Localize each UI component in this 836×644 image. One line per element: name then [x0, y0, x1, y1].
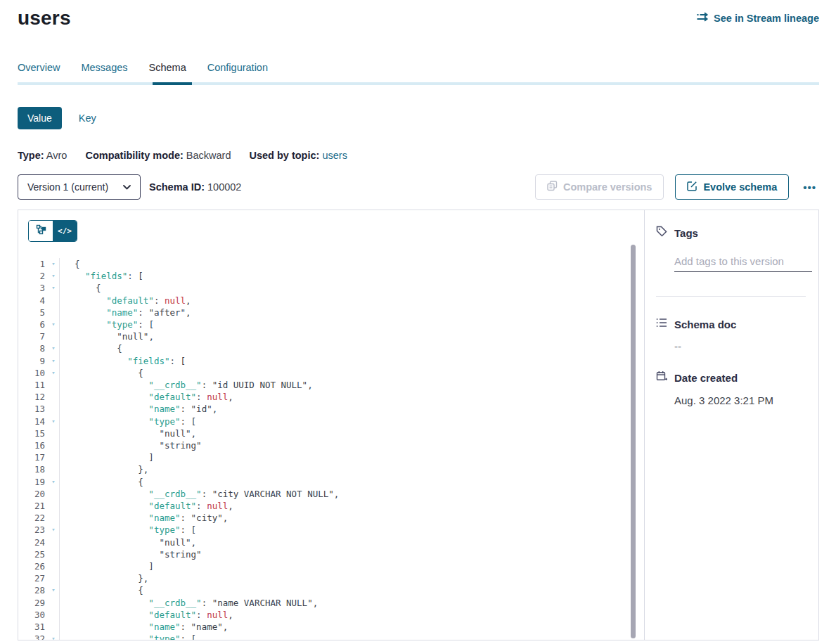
code-line: 25 "string" [28, 548, 644, 560]
line-number: 10 [28, 367, 45, 379]
code-line: 12 "default": null, [28, 391, 644, 403]
code-text: "null", [59, 330, 154, 342]
fold-toggle-icon[interactable]: ▾ [48, 524, 59, 536]
tags-section-header: Tags [656, 226, 806, 240]
code-text: "name": "id", [59, 403, 217, 415]
fold-spacer [48, 439, 59, 451]
fold-toggle-icon[interactable]: ▾ [48, 584, 59, 596]
code-line: 15 "null", [28, 427, 644, 439]
tags-input[interactable] [674, 255, 812, 272]
tab-schema[interactable]: Schema [149, 62, 186, 82]
fold-spacer [48, 572, 59, 584]
schema-view-toggle: </> [28, 220, 77, 242]
code-line: 2▾ "fields": [ [28, 270, 644, 282]
code-text: "type": [ [59, 416, 196, 427]
code-text: "fields": [ [59, 270, 143, 282]
fold-toggle-icon[interactable]: ▾ [48, 355, 59, 367]
fold-toggle-icon[interactable]: ▾ [48, 476, 59, 488]
version-select[interactable]: Version 1 (current) [18, 174, 141, 200]
topic-label: Used by topic: [249, 150, 319, 161]
code-scrollbar[interactable] [631, 245, 636, 638]
tab-underline-track [18, 82, 819, 85]
calendar-icon [656, 371, 667, 385]
topic-link[interactable]: users [322, 150, 347, 161]
line-number: 4 [28, 295, 45, 307]
code-line: 5 "name": "after", [28, 307, 644, 318]
tab-underline-active [153, 82, 192, 85]
code-text: "default": null, [59, 295, 191, 307]
fold-spacer [48, 295, 59, 307]
fold-toggle-icon[interactable]: ▾ [48, 318, 59, 330]
line-number: 20 [28, 488, 45, 500]
fold-toggle-icon[interactable]: ▾ [48, 633, 59, 640]
code-view-button[interactable]: </> [53, 221, 77, 241]
fold-toggle-icon[interactable]: ▾ [48, 282, 59, 294]
schema-doc-value: -- [674, 340, 806, 352]
code-line: 32▾ "type": [ [28, 633, 644, 640]
schema-doc-title: Schema doc [674, 318, 736, 330]
code-text: { [59, 476, 143, 488]
evolve-schema-button[interactable]: Evolve schema [675, 174, 789, 200]
fold-toggle-icon[interactable]: ▾ [48, 258, 59, 270]
fold-toggle-icon[interactable]: ▾ [48, 270, 59, 282]
tab-overview[interactable]: Overview [18, 62, 60, 82]
code-line: 17 ] [28, 451, 644, 463]
line-number: 11 [28, 379, 45, 391]
code-text: ] [59, 560, 154, 572]
compare-versions-icon [547, 181, 558, 193]
fold-toggle-icon[interactable]: ▾ [48, 416, 59, 427]
fold-spacer [48, 463, 59, 475]
tab-configuration[interactable]: Configuration [207, 62, 268, 82]
fold-spacer [48, 512, 59, 524]
code-line: 18 }, [28, 463, 644, 475]
schema-controls-row: Version 1 (current) Schema ID: 100002 [18, 174, 819, 200]
compare-versions-button[interactable]: Compare versions [535, 174, 664, 200]
more-options-button[interactable]: ••• [800, 180, 819, 195]
code-text: "null", [59, 536, 196, 548]
tree-view-button[interactable] [29, 221, 53, 241]
fold-spacer [48, 451, 59, 463]
code-line: 22 "name": "city", [28, 512, 644, 524]
line-number: 13 [28, 403, 45, 415]
line-number: 6 [28, 318, 45, 330]
line-number: 15 [28, 427, 45, 439]
line-number: 1 [28, 258, 45, 270]
code-text: "default": null, [59, 609, 233, 621]
fold-spacer [48, 500, 59, 512]
line-number: 30 [28, 609, 45, 621]
fold-toggle-icon[interactable]: ▾ [48, 367, 59, 379]
line-number: 26 [28, 560, 45, 572]
type-label: Type: [18, 150, 44, 161]
code-text: "null", [59, 427, 196, 439]
code-text: "type": [ [59, 318, 154, 330]
line-number: 22 [28, 512, 45, 524]
see-in-stream-lineage-link[interactable]: See in Stream lineage [697, 12, 819, 24]
schema-sidebar: Tags Schema do [645, 210, 819, 640]
key-toggle-button[interactable]: Key [79, 112, 96, 124]
code-view-icon: </> [58, 226, 72, 236]
code-text: ] [59, 451, 154, 463]
line-number: 21 [28, 500, 45, 512]
schema-actions: Compare versions Evolve schema ••• [535, 174, 819, 200]
fold-spacer [48, 597, 59, 609]
code-text: "string" [59, 548, 202, 560]
code-text: "default": null, [59, 500, 233, 512]
code-text: "name": "city", [59, 512, 228, 524]
code-text: "name": "after", [59, 307, 191, 318]
code-line: 29 "__crdb__": "name VARCHAR NULL", [28, 597, 644, 609]
evolve-schema-label: Evolve schema [703, 181, 777, 193]
fold-toggle-icon[interactable]: ▾ [48, 342, 59, 354]
code-text: "__crdb__": "city VARCHAR NOT NULL", [59, 488, 339, 500]
schema-type: Type: Avro [18, 150, 67, 161]
schema-code-panel: </> 1▾{2▾ "fields": [3▾ {4 "default": nu… [18, 210, 645, 640]
line-number: 28 [28, 584, 45, 596]
code-line: 21 "default": null, [28, 500, 644, 512]
tag-icon [656, 226, 667, 240]
fold-spacer [48, 548, 59, 560]
tab-messages[interactable]: Messages [81, 62, 127, 82]
line-number: 8 [28, 342, 45, 354]
tree-view-icon [36, 224, 46, 238]
code-line: 8▾ { [28, 342, 644, 354]
value-toggle-button[interactable]: Value [18, 107, 62, 129]
fold-spacer [48, 536, 59, 548]
